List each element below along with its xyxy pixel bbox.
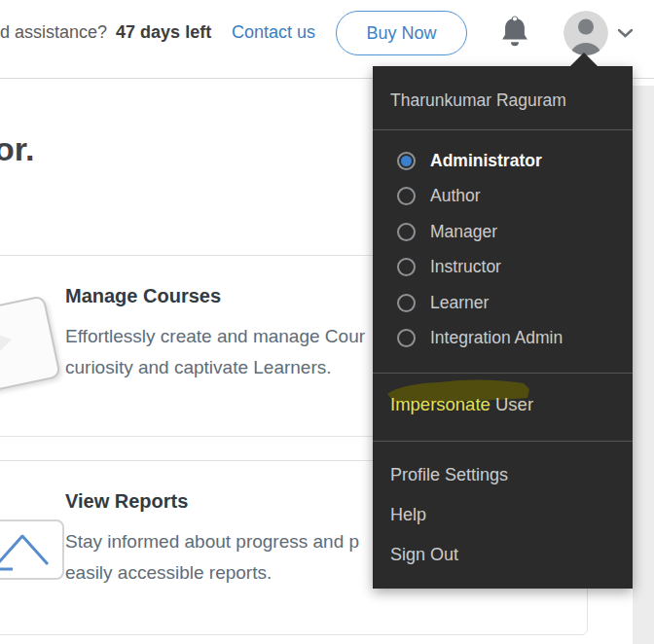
menu-action-list: Profile Settings Help Sign Out [373, 455, 633, 575]
contact-us-link[interactable]: Contact us [232, 22, 315, 43]
card-title: View Reports [65, 490, 188, 513]
role-option-instructor[interactable]: Instructor [373, 250, 633, 286]
menu-divider [373, 373, 633, 374]
radio-icon[interactable] [397, 223, 416, 241]
role-label: Author [430, 186, 481, 206]
card-description-line2: curiosity and captivate Learners. [65, 357, 332, 378]
user-dropdown-menu: Tharunkumar Raguram Administrator Author… [373, 66, 633, 589]
role-option-integration-admin[interactable]: Integration Admin [373, 321, 633, 357]
role-label: Instructor [430, 257, 501, 277]
profile-settings-item[interactable]: Profile Settings [373, 455, 633, 495]
radio-selected-icon[interactable] [397, 152, 416, 170]
buy-now-button[interactable]: Buy Now [336, 11, 467, 55]
radio-icon[interactable] [397, 294, 416, 312]
role-option-administrator[interactable]: Administrator [373, 143, 633, 179]
page-root: d assistance? 47 days left Contact us Bu… [0, 0, 654, 644]
impersonate-user-item[interactable]: Impersonate User [373, 376, 633, 422]
role-label: Learner [430, 293, 489, 313]
tilted-card-icon [0, 295, 61, 394]
card-title: Manage Courses [65, 285, 221, 307]
sign-out-item[interactable]: Sign Out [373, 535, 633, 575]
trial-status: d assistance? 47 days left [0, 22, 211, 43]
chevron-down-icon[interactable] [617, 28, 634, 39]
role-label: Manager [430, 222, 497, 242]
role-label: Administrator [430, 151, 542, 171]
avatar-icon[interactable] [563, 11, 608, 55]
page-background-strip [633, 86, 654, 644]
radio-icon[interactable] [397, 187, 416, 205]
radio-icon[interactable] [397, 329, 416, 347]
bell-icon[interactable] [498, 13, 531, 54]
menu-divider [373, 441, 633, 442]
card-description-line2: easily accessible reports. [65, 562, 272, 584]
menu-pointer-arrow [570, 53, 598, 66]
role-option-learner[interactable]: Learner [373, 285, 633, 321]
impersonate-user-label: Impersonate User [390, 394, 533, 415]
role-option-manager[interactable]: Manager [373, 214, 633, 250]
user-name: Tharunkumar Raguram [390, 90, 566, 111]
page-title-fragment: or. [0, 130, 35, 168]
trial-prefix-text: d assistance? [0, 22, 107, 43]
card-description-line1: Effortlessly create and manage Cour [65, 326, 365, 347]
trial-days-left: 47 days left [116, 22, 211, 43]
role-label: Integration Admin [430, 328, 563, 348]
card-description-line1: Stay informed about progress and p [65, 531, 359, 553]
role-option-author[interactable]: Author [373, 179, 633, 215]
user-word: User [495, 394, 533, 414]
chart-line [0, 521, 62, 578]
role-selector: Administrator Author Manager Instructor … [373, 143, 633, 356]
impersonate-word: Impersonate [390, 394, 490, 414]
play-shape [0, 326, 15, 357]
line-chart-icon [0, 519, 64, 580]
menu-divider [373, 129, 633, 130]
help-item[interactable]: Help [373, 495, 633, 535]
radio-icon[interactable] [397, 258, 416, 276]
avatar-silhouette [563, 11, 608, 55]
